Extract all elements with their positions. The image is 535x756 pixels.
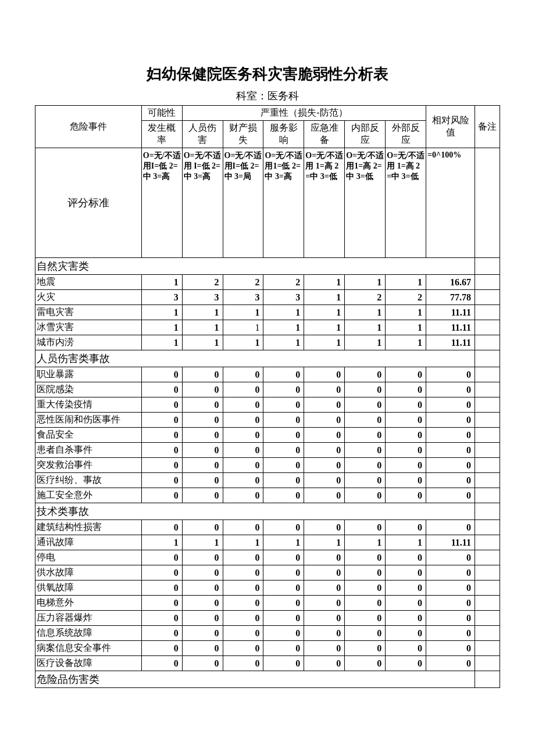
row-val: 0 bbox=[426, 641, 475, 656]
row-val: 1 bbox=[263, 305, 304, 320]
row-note bbox=[475, 550, 500, 565]
row-val: 0 bbox=[304, 488, 345, 503]
row-note bbox=[475, 611, 500, 626]
row-val: 0 bbox=[263, 656, 304, 671]
row-val: 0 bbox=[263, 488, 304, 503]
col-severity: 严重性（损失-防范） bbox=[182, 106, 426, 121]
row-label: 地震 bbox=[35, 275, 142, 290]
row-val: 1 bbox=[304, 305, 345, 320]
row-val: 0 bbox=[141, 565, 182, 581]
row-val: 1 bbox=[141, 335, 182, 350]
row-val: 3 bbox=[223, 290, 263, 305]
row-val: 0 bbox=[182, 641, 223, 656]
row-val: 0 bbox=[223, 550, 263, 565]
row-val: 0 bbox=[345, 428, 386, 443]
row-val: 0 bbox=[386, 488, 426, 503]
row-val: 1 bbox=[182, 535, 223, 550]
row-val: 0 bbox=[345, 626, 386, 641]
row-val: 1 bbox=[223, 335, 263, 350]
row-val: 1 bbox=[345, 275, 386, 290]
row-val: 1 bbox=[141, 535, 182, 550]
row-val: 0 bbox=[345, 413, 386, 428]
row-val: 0 bbox=[263, 550, 304, 565]
row-val: 0 bbox=[141, 443, 182, 458]
section-header: 人员伤害类事故 bbox=[35, 350, 475, 367]
row-val: 3 bbox=[182, 290, 223, 305]
row-val: 0 bbox=[386, 626, 426, 641]
row-val: 0 bbox=[263, 641, 304, 656]
row-val: 0 bbox=[386, 458, 426, 473]
row-val: 0 bbox=[386, 413, 426, 428]
section-note bbox=[475, 671, 500, 688]
criteria-probability: O=无/不适用I=低 2=中 3=高 bbox=[141, 148, 182, 258]
criteria-service: O=无/不适用1=低 2=中 3=高 bbox=[263, 148, 304, 258]
row-val: 0 bbox=[223, 596, 263, 611]
row-val: 0 bbox=[386, 565, 426, 581]
row-val: 0 bbox=[426, 428, 475, 443]
row-val: 0 bbox=[304, 656, 345, 671]
row-val: 0 bbox=[386, 611, 426, 626]
row-note bbox=[475, 443, 500, 458]
row-val: 1 bbox=[345, 305, 386, 320]
row-val: 1 bbox=[386, 320, 426, 335]
row-val: 0 bbox=[304, 641, 345, 656]
col-property: 财产损失 bbox=[223, 121, 263, 148]
row-val: 1 bbox=[386, 535, 426, 550]
row-val: 0 bbox=[345, 367, 386, 382]
row-val: 0 bbox=[263, 520, 304, 535]
row-val: 0 bbox=[141, 581, 182, 596]
row-val: 0 bbox=[345, 550, 386, 565]
row-val: 2 bbox=[223, 275, 263, 290]
row-val: 0 bbox=[141, 626, 182, 641]
row-note bbox=[475, 520, 500, 535]
row-val: 0 bbox=[223, 397, 263, 413]
row-val: 0 bbox=[182, 581, 223, 596]
row-val: 0 bbox=[182, 488, 223, 503]
row-val: 0 bbox=[426, 550, 475, 565]
row-val: 0 bbox=[223, 443, 263, 458]
row-note bbox=[475, 581, 500, 596]
section-header: 自然灾害类 bbox=[35, 258, 475, 275]
row-val: 0 bbox=[386, 581, 426, 596]
row-val: 0 bbox=[386, 596, 426, 611]
row-val: 0 bbox=[141, 367, 182, 382]
row-val: 0 bbox=[386, 382, 426, 397]
row-label: 供水故障 bbox=[35, 565, 142, 581]
row-label: 雷电灾害 bbox=[35, 305, 142, 320]
row-val: 16.67 bbox=[426, 275, 475, 290]
row-val: 1 bbox=[223, 305, 263, 320]
row-val: 0 bbox=[182, 397, 223, 413]
row-val: 0 bbox=[141, 641, 182, 656]
row-val: 1 bbox=[345, 335, 386, 350]
row-label: 医疗设备故障 bbox=[35, 656, 142, 671]
row-val: 0 bbox=[304, 382, 345, 397]
row-label: 恶性医闹和伤医事件 bbox=[35, 413, 142, 428]
row-val: 0 bbox=[141, 413, 182, 428]
row-val: 0 bbox=[223, 413, 263, 428]
row-val: 0 bbox=[263, 473, 304, 488]
col-event: 危险事件 bbox=[35, 106, 142, 148]
row-val: 0 bbox=[263, 596, 304, 611]
row-val: 0 bbox=[386, 397, 426, 413]
criteria-property: O=无/不适用I=低 2=中 3=局 bbox=[223, 148, 263, 258]
row-val: 0 bbox=[141, 656, 182, 671]
section-header: 技术类事故 bbox=[35, 503, 475, 520]
row-val: 0 bbox=[182, 473, 223, 488]
row-note bbox=[475, 626, 500, 641]
row-label: 压力容器爆炸 bbox=[35, 611, 142, 626]
criteria-emergency: O=无/不适用 1=高 2 =中 3=低 bbox=[304, 148, 345, 258]
row-val: 1 bbox=[263, 335, 304, 350]
row-val: 0 bbox=[345, 382, 386, 397]
criteria-internal: O=无/不适用1=高 2=中 3=低 bbox=[345, 148, 386, 258]
row-val: 0 bbox=[386, 367, 426, 382]
row-label: 通讯故障 bbox=[35, 535, 142, 550]
row-val: 0 bbox=[386, 550, 426, 565]
row-val: 0 bbox=[263, 382, 304, 397]
row-val: 0 bbox=[141, 397, 182, 413]
row-val: 0 bbox=[345, 443, 386, 458]
row-val: 1 bbox=[223, 320, 263, 335]
row-val: 0 bbox=[304, 428, 345, 443]
row-val: 0 bbox=[426, 458, 475, 473]
row-val: 0 bbox=[426, 520, 475, 535]
section-note bbox=[475, 503, 500, 520]
